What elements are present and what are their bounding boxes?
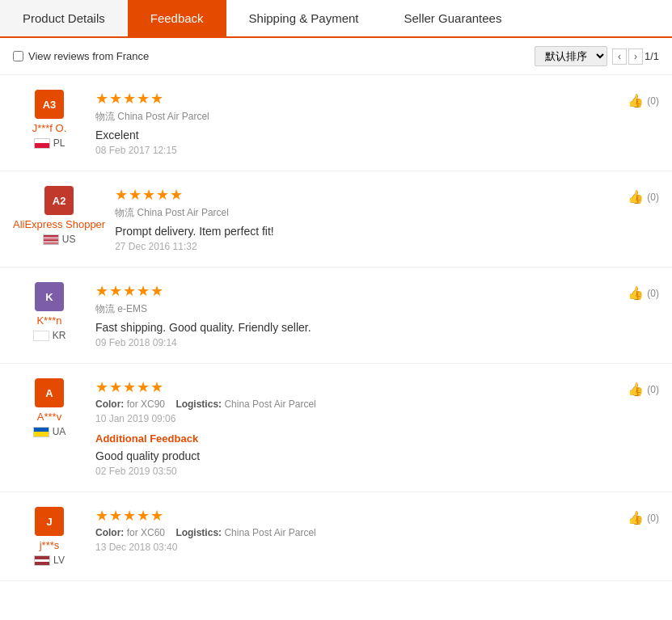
review-content: ★★★★★ 物流 China Post Air Parcel Excelent … — [95, 90, 619, 156]
like-button[interactable]: 👍 (0) — [628, 382, 659, 397]
france-filter-label[interactable]: View reviews from France — [13, 50, 149, 62]
logistics-value: China Post Air Parcel — [224, 399, 315, 410]
flag-icon — [34, 138, 50, 149]
review-date: 10 Jan 2019 09:06 — [95, 413, 619, 424]
flag-icon — [34, 555, 50, 566]
star-rating: ★★★★★ — [95, 90, 619, 108]
like-button[interactable]: 👍 (0) — [628, 189, 659, 205]
avatar: K — [35, 282, 64, 311]
toolbar-left: View reviews from France — [13, 50, 149, 62]
additional-feedback-label: Additional Feedback — [95, 432, 619, 445]
tab-bar: Product Details Feedback Shipping & Paym… — [0, 0, 672, 38]
star-rating: ★★★★★ — [95, 282, 619, 300]
country-code: UA — [53, 426, 66, 437]
prev-page-button[interactable]: ‹ — [612, 49, 627, 65]
pagination: ‹ › 1/1 — [612, 49, 659, 65]
star-rating: ★★★★★ — [115, 186, 619, 204]
username: A***v — [37, 411, 61, 423]
logistics-label: Logistics: — [175, 399, 222, 410]
avatar: A3 — [35, 90, 64, 119]
review-content: ★★★★★ Color: for XC60 Logistics: China P… — [95, 507, 619, 553]
color-logistics: Color: for XC90 Logistics: China Post Ai… — [95, 399, 619, 410]
user-info: A3 J***f O. PL — [13, 90, 86, 149]
next-page-button[interactable]: › — [628, 49, 643, 65]
france-filter-checkbox[interactable] — [13, 51, 23, 61]
review-date: 13 Dec 2018 03:40 — [95, 542, 619, 553]
username: j***s — [40, 539, 60, 551]
review-item: A3 J***f O. PL ★★★★★ 物流 China Post Air P… — [0, 75, 672, 171]
country-code: LV — [53, 555, 65, 566]
logistics-prefix: 物流 — [95, 303, 115, 314]
tab-feedback[interactable]: Feedback — [128, 0, 226, 36]
color-label: Color: — [95, 527, 124, 538]
user-info: J j***s LV — [13, 507, 86, 566]
review-item: A2 AliExpress Shopper US ★★★★★ 物流 China … — [0, 171, 672, 268]
thumbs-up-icon: 👍 — [628, 285, 644, 301]
tab-product-details[interactable]: Product Details — [0, 0, 128, 36]
review-date: 08 Feb 2017 12:15 — [95, 145, 619, 156]
reviews-toolbar: View reviews from France 默认排序 ‹ › 1/1 — [0, 38, 672, 75]
logistics-line: 物流 e-EMS — [95, 302, 619, 316]
flag-country: LV — [34, 555, 65, 566]
thumbs-up-icon: 👍 — [628, 510, 644, 525]
toolbar-right: 默认排序 ‹ › 1/1 — [535, 46, 659, 66]
tab-shipping-payment[interactable]: Shipping & Payment — [226, 0, 382, 36]
country-code: KR — [53, 330, 66, 341]
logistics-line: 物流 China Post Air Parcel — [115, 206, 619, 220]
review-list: A3 J***f O. PL ★★★★★ 物流 China Post Air P… — [0, 75, 672, 581]
logistics-prefix: 物流 — [115, 207, 134, 218]
page-indicator: 1/1 — [645, 50, 659, 62]
logistics-label: Logistics: — [175, 527, 222, 538]
color-label: Color: — [95, 399, 124, 410]
avatar: A — [35, 378, 64, 407]
country-code: PL — [53, 137, 66, 149]
avatar: J — [35, 507, 64, 536]
country-code: US — [62, 234, 76, 245]
username: J***f O. — [32, 122, 67, 134]
review-text: Prompt delivery. Item perfect fit! — [115, 225, 619, 238]
like-count: (0) — [647, 95, 659, 107]
tab-seller-guarantees[interactable]: Seller Guarantees — [382, 0, 525, 36]
review-date: 09 Feb 2018 09:14 — [95, 337, 619, 348]
thumbs-up-icon: 👍 — [628, 189, 644, 205]
review-content: ★★★★★ 物流 China Post Air Parcel Prompt de… — [115, 186, 619, 252]
star-rating: ★★★★★ — [95, 378, 619, 396]
review-item: J j***s LV ★★★★★ Color: for XC60 Logisti… — [0, 492, 672, 581]
review-item: A A***v UA ★★★★★ Color: for XC90 Logisti… — [0, 364, 672, 492]
user-info: K K***n KR — [13, 282, 86, 341]
color-value: for XC90 — [127, 399, 165, 410]
avatar: A2 — [44, 186, 74, 215]
color-value: for XC60 — [127, 527, 165, 538]
flag-country: US — [43, 234, 76, 245]
logistics-prefix: 物流 — [95, 111, 115, 122]
flag-country: KR — [33, 330, 66, 341]
logistics-value: China Post Air Parcel — [137, 207, 229, 218]
logistics-value: e-EMS — [117, 303, 147, 314]
thumbs-up-icon: 👍 — [628, 93, 644, 108]
additional-feedback-date: 02 Feb 2019 03:50 — [95, 466, 619, 477]
logistics-value: China Post Air Parcel — [117, 111, 209, 122]
like-button[interactable]: 👍 (0) — [628, 93, 659, 108]
review-text: Excelent — [95, 129, 619, 141]
review-text: Fast shipping. Good quality. Friendly se… — [95, 321, 619, 334]
logistics-line: 物流 China Post Air Parcel — [95, 110, 619, 124]
like-count: (0) — [647, 288, 659, 299]
sort-dropdown[interactable]: 默认排序 — [535, 46, 607, 66]
review-content: ★★★★★ 物流 e-EMS Fast shipping. Good quali… — [95, 282, 619, 348]
review-content: ★★★★★ Color: for XC90 Logistics: China P… — [95, 378, 619, 477]
thumbs-up-icon: 👍 — [628, 382, 644, 397]
flag-icon — [43, 234, 59, 245]
like-count: (0) — [647, 384, 659, 395]
like-button[interactable]: 👍 (0) — [628, 510, 659, 525]
logistics-value: China Post Air Parcel — [224, 527, 315, 538]
like-button[interactable]: 👍 (0) — [628, 285, 659, 301]
color-logistics: Color: for XC60 Logistics: China Post Ai… — [95, 527, 619, 538]
star-rating: ★★★★★ — [95, 507, 619, 525]
username: K***n — [36, 314, 61, 327]
flag-country: UA — [33, 426, 66, 437]
user-info: A2 AliExpress Shopper US — [13, 186, 105, 245]
review-date: 27 Dec 2016 11:32 — [115, 241, 619, 252]
user-info: A A***v UA — [13, 378, 86, 437]
france-filter-text: View reviews from France — [28, 50, 149, 62]
like-count: (0) — [647, 192, 659, 203]
